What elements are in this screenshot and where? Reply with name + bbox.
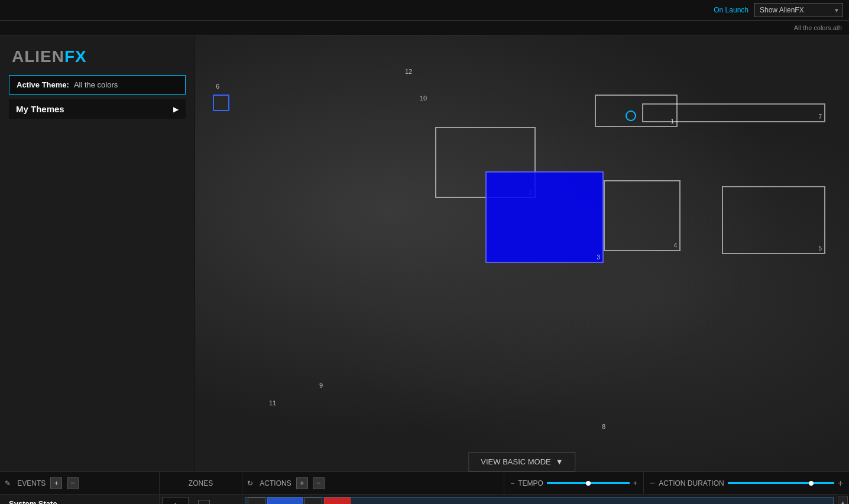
- left-panel: ALIEN FX Active Theme: All the colors My…: [0, 35, 195, 472]
- refresh-icon: ↻: [247, 479, 253, 487]
- tempo-plus[interactable]: +: [633, 479, 637, 487]
- zone-6-circle: [213, 95, 229, 111]
- dropdown-arrow-icon: ▼: [556, 457, 563, 466]
- events-toolbar: ✎ EVENTS + − ZONES ↻ ACTIONS + − − TEMPO…: [0, 472, 849, 495]
- scroll-up-button[interactable]: ▲: [838, 496, 848, 504]
- zone-4-label: 4: [673, 242, 677, 249]
- preview-area: 1 2 3 4 5 7 6: [195, 35, 849, 472]
- zone-1-box-ui[interactable]: 1: [162, 497, 189, 504]
- zone-10-label: 10: [420, 95, 427, 102]
- on-launch-select-wrapper[interactable]: Show AlienFX Minimize Hide ▼: [754, 3, 843, 17]
- actions-section-header: ↻ ACTIONS + −: [242, 472, 504, 494]
- zone-3-label: 3: [597, 254, 600, 261]
- action-arrow-right-icon[interactable]: →: [304, 498, 322, 504]
- tempo-minus[interactable]: −: [510, 479, 514, 487]
- top-bar: On Launch Show AlienFX Minimize Hide ▼: [0, 0, 849, 21]
- main-layout: ALIEN FX Active Theme: All the colors My…: [0, 35, 849, 472]
- zone-7-box[interactable]: 7: [642, 103, 825, 122]
- subtitle-bar: All the colors.ath: [0, 21, 849, 35]
- zone-3-box[interactable]: 3: [485, 171, 604, 263]
- system-state-item[interactable]: System State: [9, 499, 150, 504]
- actions-label: ↻ ACTIONS: [247, 479, 291, 487]
- action-arrow-left-icon[interactable]: ←: [248, 498, 265, 504]
- zone-5-label: 5: [818, 245, 822, 252]
- remove-event-button[interactable]: −: [67, 477, 79, 489]
- zones-section-header: ZONES: [160, 472, 242, 494]
- left-panel-content: [0, 123, 195, 472]
- active-theme-bar: Active Theme: All the colors: [9, 75, 186, 95]
- my-themes-arrow-icon: ▶: [173, 105, 179, 113]
- zone-7-label: 7: [818, 113, 822, 120]
- events-list: System State Default System Events New E…: [0, 495, 160, 504]
- tempo-section: − TEMPO +: [504, 472, 644, 494]
- add-event-button[interactable]: +: [50, 477, 62, 489]
- zone-1-dot: [626, 110, 636, 121]
- zone-row-1: 1 ◀ LOOP: [162, 497, 239, 504]
- action-row-1: ← →: [245, 497, 834, 504]
- zone-11-label: 11: [269, 399, 276, 407]
- edit-icon: ✎: [5, 479, 11, 487]
- filename-label: All the colors.ath: [794, 24, 842, 31]
- duration-slider[interactable]: [728, 482, 834, 484]
- action-color-red[interactable]: [324, 498, 351, 504]
- zone-5-box[interactable]: 5: [722, 186, 825, 254]
- logo-area: ALIEN FX: [0, 35, 195, 75]
- zone-8-label: 8: [602, 423, 605, 430]
- duration-plus[interactable]: +: [838, 478, 843, 489]
- events-content: System State Default System Events New E…: [0, 495, 849, 504]
- view-basic-mode-label: VIEW BASIC MODE: [481, 457, 550, 466]
- actions-area: ← →: [242, 495, 836, 504]
- laptop-overlay: 1 2 3 4 5 7 6: [195, 35, 849, 472]
- events-section: ✎ EVENTS + −: [0, 472, 160, 494]
- action-duration-section: − ACTION DURATION +: [644, 472, 849, 494]
- scroll-buttons: ▲ ▼: [836, 495, 849, 504]
- view-basic-mode-button[interactable]: VIEW BASIC MODE ▼: [468, 452, 575, 472]
- zone-4-box[interactable]: 4: [604, 180, 681, 251]
- zones-list: 1 ◀ LOOP 2 ◀ LOOP 3: [160, 495, 242, 504]
- active-theme-value: All the colors: [74, 80, 118, 89]
- add-action-button[interactable]: +: [296, 477, 308, 489]
- bottom-section: ✎ EVENTS + − ZONES ↻ ACTIONS + − − TEMPO…: [0, 472, 849, 504]
- duration-minus[interactable]: −: [650, 478, 655, 489]
- zones-label: ZONES: [189, 479, 213, 487]
- zone-1-loop-icon: LOOP: [198, 500, 210, 504]
- logo-alien-text: ALIEN: [12, 47, 64, 66]
- zone-12-label: 12: [405, 68, 412, 75]
- zone-9-label: 9: [319, 382, 323, 389]
- remove-action-button[interactable]: −: [313, 477, 325, 489]
- zone-1-number: 1: [173, 502, 177, 505]
- my-themes-label: My Themes: [16, 104, 64, 114]
- on-launch-label: On Launch: [714, 6, 748, 14]
- my-themes-row[interactable]: My Themes ▶: [9, 99, 186, 119]
- active-theme-label: Active Theme:: [17, 80, 69, 89]
- tempo-slider[interactable]: [547, 482, 630, 484]
- zone-6-label: 6: [216, 83, 219, 90]
- logo-fx-text: FX: [64, 47, 87, 66]
- action-color-blue[interactable]: [267, 498, 303, 504]
- events-label: ✎ EVENTS: [5, 479, 46, 487]
- action-duration-label: ACTION DURATION: [659, 479, 724, 487]
- tempo-label: TEMPO: [518, 479, 543, 487]
- on-launch-select[interactable]: Show AlienFX Minimize Hide: [754, 3, 843, 17]
